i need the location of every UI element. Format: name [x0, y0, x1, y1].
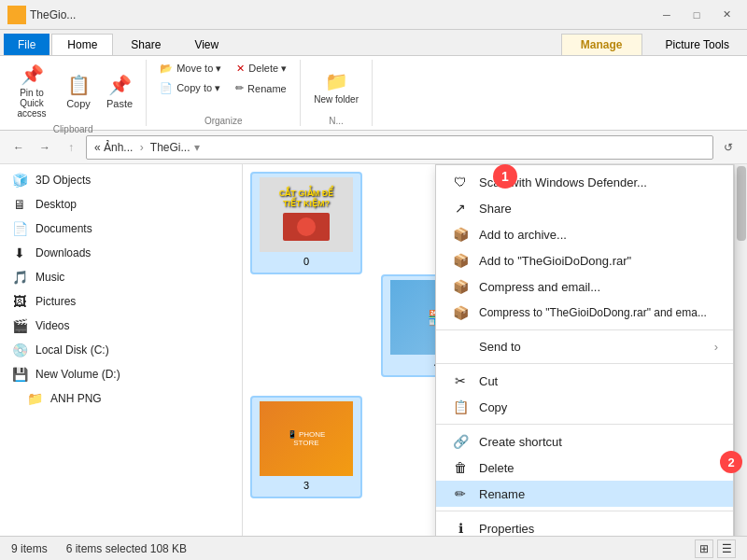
- ctx-rename[interactable]: ✏ Rename: [436, 481, 733, 507]
- ctx-addrar-label: Add to "TheGioiDoDong.rar": [479, 254, 631, 268]
- thumb-img-3: 📱 PHONESTORE: [260, 401, 353, 476]
- ctx-properties-label: Properties: [479, 522, 534, 536]
- address-dropdown[interactable]: ▾: [194, 141, 200, 154]
- copy-button[interactable]: 📋 Copy: [60, 70, 97, 113]
- delete-button[interactable]: ✕ Delete ▾: [231, 60, 292, 77]
- tab-manage[interactable]: Manage: [561, 34, 642, 55]
- sidebar-item-3dobjects[interactable]: 🧊 3D Objects: [0, 168, 242, 192]
- tab-view[interactable]: View: [178, 34, 234, 55]
- ctx-sep3: [436, 424, 733, 425]
- sidebar-item-label: 3D Objects: [35, 174, 91, 187]
- rename-icon: ✏: [235, 82, 244, 94]
- rename-ctx-icon: ✏: [451, 486, 470, 501]
- ctx-email-label: Compress and email...: [479, 280, 600, 294]
- tab-file[interactable]: File: [4, 34, 49, 55]
- ctx-delete-icon: 🗑: [451, 460, 470, 475]
- pin-quick-access-button[interactable]: 📌 Pin to Quick access: [7, 60, 56, 122]
- ctx-cut[interactable]: ✂ Cut: [436, 368, 733, 394]
- tab-share[interactable]: Share: [115, 34, 176, 55]
- ctx-sep4: [436, 511, 733, 511]
- ctx-sendto[interactable]: Send to ›: [436, 334, 733, 359]
- sidebar-item-desktop[interactable]: 🖥 Desktop: [0, 192, 242, 217]
- sidebar-item-pictures[interactable]: 🖼 Pictures: [0, 289, 242, 314]
- ctx-archive[interactable]: 📦 Add to archive...: [436, 221, 733, 247]
- grid-view-button[interactable]: ⊞: [695, 539, 713, 558]
- refresh-button[interactable]: ↺: [717, 136, 740, 159]
- svg-rect-1: [18, 7, 24, 14]
- list-view-button[interactable]: ☰: [717, 539, 736, 558]
- main-area: 🧊 3D Objects 🖥 Desktop 📄 Documents ⬇ Dow…: [0, 164, 747, 536]
- file-thumb-3[interactable]: 📱 PHONESTORE 3: [250, 396, 362, 498]
- paste-button[interactable]: 📌 Paste: [101, 70, 138, 113]
- sidebar-item-music[interactable]: 🎵 Music: [0, 265, 242, 289]
- ribbon-tabs: File Home Share View Manage Picture Tool…: [0, 30, 747, 56]
- maximize-button[interactable]: □: [684, 5, 710, 25]
- forward-button[interactable]: →: [34, 136, 56, 159]
- ctx-scan[interactable]: 🛡 Scan with Windows Defender...: [436, 169, 733, 195]
- scan-icon: 🛡: [451, 175, 470, 189]
- localdisk-icon: 💿: [11, 343, 28, 357]
- ctx-copy[interactable]: 📋 Copy: [436, 394, 733, 420]
- sidebar-item-anhpng[interactable]: 📁 ANH PNG: [0, 386, 242, 411]
- documents-icon: 📄: [11, 221, 28, 236]
- shortcut-icon: 🔗: [451, 434, 470, 449]
- ctx-delete[interactable]: 🗑 Delete 2: [436, 455, 733, 481]
- close-button[interactable]: ✕: [713, 5, 740, 25]
- new-folder-icon: 📁: [325, 70, 348, 92]
- address-box[interactable]: « Ảnh... › TheGi... ▾: [86, 135, 713, 160]
- new-folder-button[interactable]: 📁 New folder: [308, 66, 364, 108]
- ctx-addrar[interactable]: 📦 Add to "TheGioiDoDong.rar": [436, 247, 733, 273]
- ctx-shortcut[interactable]: 🔗 Create shortcut: [436, 428, 733, 455]
- organize-row1: 📂 Move to ▾ ✕ Delete ▾: [154, 60, 292, 77]
- ctx-share[interactable]: ↗ Share: [436, 195, 733, 221]
- scroll-thumb: [737, 166, 746, 241]
- ctx-email[interactable]: 📦 Compress and email...: [436, 273, 733, 300]
- pictures-icon: 🖼: [11, 294, 28, 309]
- downloads-icon: ⬇: [11, 245, 28, 260]
- ctx-emailrar[interactable]: 📦 Compress to "TheGioiDoDong.rar" and em…: [436, 300, 733, 326]
- ctx-sep1: [436, 329, 733, 330]
- app-icon: [7, 6, 26, 24]
- sidebar-item-label: Music: [35, 271, 64, 284]
- ctx-emailrar-label: Compress to "TheGioiDoDong.rar" and ema.…: [479, 306, 707, 319]
- up-button[interactable]: ↑: [60, 136, 82, 159]
- tab-picture-tools[interactable]: Picture Tools: [650, 34, 745, 55]
- sidebar-item-label: Videos: [35, 319, 69, 332]
- ctx-shortcut-label: Create shortcut: [479, 435, 562, 449]
- sidebar: 🧊 3D Objects 🖥 Desktop 📄 Documents ⬇ Dow…: [0, 164, 243, 536]
- ctx-share-label: Share: [479, 202, 512, 216]
- file-thumb-0[interactable]: CẮT GIẢM ĐỂTIẾT KIỆM? 0: [250, 172, 362, 274]
- ctx-cut-label: Cut: [479, 374, 498, 388]
- minimize-button[interactable]: ─: [654, 5, 680, 25]
- ribbon-body: 📌 Pin to Quick access 📋 Copy 📌 Paste Cli…: [0, 56, 747, 131]
- address-bar: ← → ↑ « Ảnh... › TheGi... ▾ ↺: [0, 131, 747, 164]
- copy-to-button[interactable]: 📄 Copy to ▾: [154, 79, 226, 97]
- rename-button[interactable]: ✏ Rename: [230, 79, 292, 97]
- cut-icon: ✂: [451, 373, 470, 388]
- thumb-label-3: 3: [303, 480, 309, 491]
- sidebar-item-label: ANH PNG: [50, 392, 102, 405]
- svg-rect-0: [9, 7, 16, 14]
- back-button[interactable]: ←: [7, 136, 30, 159]
- sidebar-item-downloads[interactable]: ⬇ Downloads: [0, 241, 242, 265]
- ctx-sendto-label: Send to: [479, 340, 521, 354]
- move-to-button[interactable]: 📂 Move to ▾: [154, 60, 227, 77]
- ribbon-group-clipboard: 📌 Pin to Quick access 📋 Copy 📌 Paste Cli…: [0, 60, 147, 126]
- svg-rect-2: [9, 16, 16, 22]
- sidebar-item-label: Local Disk (C:): [35, 343, 109, 357]
- sidebar-item-videos[interactable]: 🎬 Videos: [0, 314, 242, 338]
- sidebar-item-newvolume[interactable]: 💾 New Volume (D:): [0, 362, 242, 386]
- sidebar-item-label: Pictures: [35, 295, 76, 308]
- tab-home[interactable]: Home: [51, 34, 113, 55]
- videos-icon: 🎬: [11, 318, 28, 333]
- ribbon-group-new: 📁 New folder N...: [301, 60, 373, 126]
- ctx-properties[interactable]: ℹ Properties: [436, 515, 733, 536]
- vertical-scrollbar[interactable]: [734, 164, 747, 536]
- step2-badge: 2: [720, 451, 742, 473]
- step1-badge: 1: [493, 164, 517, 189]
- copyto-icon: 📄: [160, 82, 173, 94]
- sidebar-item-documents[interactable]: 📄 Documents: [0, 217, 242, 241]
- move-icon: 📂: [160, 63, 173, 75]
- view-toggle: ⊞ ☰: [695, 539, 736, 558]
- sidebar-item-localdisk[interactable]: 💿 Local Disk (C:): [0, 338, 242, 362]
